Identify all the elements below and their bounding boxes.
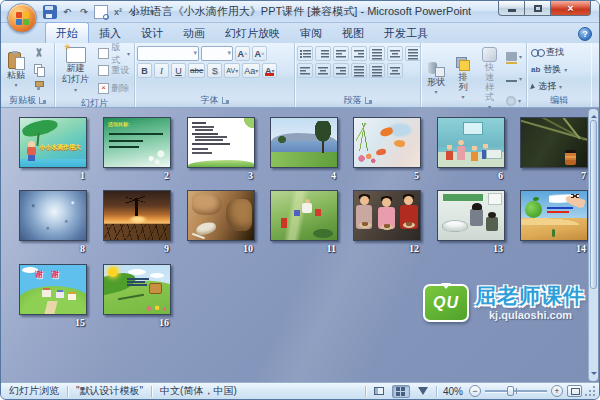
distribute-button[interactable] [369, 63, 385, 78]
slide-thumbnail-5[interactable] [353, 117, 421, 168]
redo-icon[interactable]: ↷ [77, 5, 91, 19]
cut-button[interactable] [31, 46, 46, 60]
tab-view[interactable]: 视图 [332, 23, 374, 43]
help-icon[interactable]: ? [578, 27, 592, 41]
paragraph-dialog-launcher[interactable] [365, 97, 372, 104]
maximize-button[interactable] [525, 1, 551, 16]
slide-sorter-view-button[interactable] [392, 385, 410, 398]
slide-thumbnail-15[interactable]: 谢 谢 [19, 264, 87, 315]
tab-review[interactable]: 审阅 [290, 23, 332, 43]
shape-outline-button[interactable]: ▾ [504, 72, 524, 86]
slide-thumbnail-2[interactable]: 活动目标: [103, 117, 171, 168]
shrink-font-button[interactable]: A˅ [252, 46, 267, 61]
scroll-down-icon[interactable] [591, 372, 597, 378]
vertical-scrollbar[interactable] [588, 109, 598, 381]
replace-button[interactable]: ab替换▾ [529, 62, 589, 77]
underline-button[interactable]: U [171, 63, 186, 78]
minimize-button[interactable] [498, 1, 525, 16]
decrease-indent-button[interactable] [333, 46, 349, 61]
font-dialog-launcher[interactable] [222, 97, 229, 104]
template-name-status[interactable]: "默认设计模板" [68, 383, 151, 399]
new-slide-button[interactable]: 新建 幻灯片 ▾ [57, 45, 94, 97]
zoom-slider[interactable] [485, 385, 547, 397]
slide-thumbnail-4[interactable] [270, 117, 338, 168]
quick-styles-button[interactable]: 快速样式▾ [477, 45, 502, 112]
zoom-slider-thumb[interactable] [507, 386, 514, 396]
zoom-in-button[interactable]: + [551, 385, 563, 397]
slide-thumbnail-16[interactable] [103, 264, 171, 315]
numbering-button[interactable] [315, 46, 331, 61]
print-preview-icon[interactable] [94, 5, 108, 19]
view-mode-status[interactable]: 幻灯片浏览 [1, 383, 67, 399]
tab-animations[interactable]: 动画 [173, 23, 215, 43]
tab-insert[interactable]: 插入 [89, 23, 131, 43]
shape-fill-button[interactable]: ▾ [504, 49, 524, 63]
tab-home[interactable]: 开始 [45, 22, 89, 43]
format-painter-button[interactable] [31, 79, 46, 93]
reset-button[interactable]: 重设 [96, 64, 132, 78]
slide-thumbnail-10[interactable] [187, 190, 255, 241]
slide-thumbnail-3[interactable] [187, 117, 255, 168]
change-case-button[interactable]: Aa▾ [242, 63, 260, 78]
bold-button[interactable]: B [137, 63, 152, 78]
shapes-button[interactable]: 形状▾ [423, 45, 449, 112]
slide-thumbnail-7[interactable] [520, 117, 588, 168]
language-status[interactable]: 中文(简体，中国) [152, 383, 245, 399]
align-left-button[interactable] [297, 63, 313, 78]
font-size-combobox[interactable] [201, 46, 233, 61]
select-button[interactable]: 选择▾ [529, 79, 589, 94]
bullets-button[interactable] [297, 46, 313, 61]
save-icon[interactable] [43, 5, 57, 19]
delete-slide-button[interactable]: 删除 [96, 81, 132, 95]
slide-thumbnail-14[interactable] [520, 190, 588, 241]
copy-button[interactable] [31, 62, 46, 76]
character-spacing-button[interactable]: AV▾ [224, 63, 240, 78]
text-direction-button[interactable] [387, 46, 403, 61]
undo-icon[interactable]: ↶ [60, 5, 74, 19]
align-center-button[interactable] [315, 63, 331, 78]
resize-grip[interactable] [586, 385, 596, 397]
columns-button[interactable] [387, 63, 403, 78]
text-shadow-button[interactable]: S [207, 63, 222, 78]
find-button[interactable]: 查找 [529, 45, 589, 60]
slideshow-view-button[interactable] [414, 385, 432, 398]
grow-font-button[interactable]: A˄ [235, 46, 250, 61]
slide-sorter-area[interactable]: 小小水滴作用大1 活动目标:2 3 4 5 6 7 8 9 10 11 12 1… [1, 108, 599, 382]
shape-effects-button[interactable]: ▾ [504, 94, 524, 108]
strikethrough-button[interactable]: abe [188, 63, 205, 78]
slide-thumbnail-12[interactable] [353, 190, 421, 241]
font-color-button[interactable]: A▾ [262, 63, 277, 78]
increase-indent-button[interactable] [351, 46, 367, 61]
tab-design[interactable]: 设计 [131, 23, 173, 43]
zoom-out-button[interactable]: − [469, 385, 481, 397]
clipboard-dialog-launcher[interactable] [39, 97, 46, 104]
office-button[interactable] [7, 3, 37, 33]
customize-qat-chevron-icon[interactable]: ▾ [145, 5, 159, 19]
scrollbar-thumb[interactable] [590, 120, 597, 289]
font-name-combobox[interactable] [137, 46, 199, 61]
tab-developer[interactable]: 开发工具 [374, 23, 438, 43]
paste-button[interactable]: 粘贴▾ [3, 45, 29, 94]
justify-button[interactable] [351, 63, 367, 78]
title-bar[interactable]: ↶ ↷ x² x₂ ▾ 小班语言《小水滴作用大》PPT课件 [兼容模式] - M… [1, 1, 599, 23]
arrange-button[interactable]: 排列▾ [451, 45, 475, 112]
layout-button[interactable]: 版式▾ [96, 47, 132, 61]
zoom-percentage[interactable]: 40% [441, 386, 465, 397]
tab-slideshow[interactable]: 幻灯片放映 [215, 23, 290, 43]
align-right-button[interactable] [333, 63, 349, 78]
italic-button[interactable]: I [154, 63, 169, 78]
subscript-icon[interactable]: x₂ [128, 5, 142, 19]
smartart-convert-button[interactable] [405, 46, 421, 61]
close-button[interactable]: × [551, 1, 591, 16]
normal-view-button[interactable] [370, 385, 388, 398]
slide-thumbnail-11[interactable] [270, 190, 338, 241]
fit-to-window-button[interactable] [567, 385, 582, 397]
slide-thumbnail-6[interactable] [437, 117, 505, 168]
slide-thumbnail-1[interactable]: 小小水滴作用大 [19, 117, 87, 168]
slide-thumbnail-9[interactable] [103, 190, 171, 241]
line-spacing-button[interactable] [369, 46, 385, 61]
slide-thumbnail-13[interactable] [437, 190, 505, 241]
superscript-icon[interactable]: x² [111, 5, 125, 19]
scroll-up-icon[interactable] [591, 112, 597, 118]
slide-thumbnail-8[interactable] [19, 190, 87, 241]
